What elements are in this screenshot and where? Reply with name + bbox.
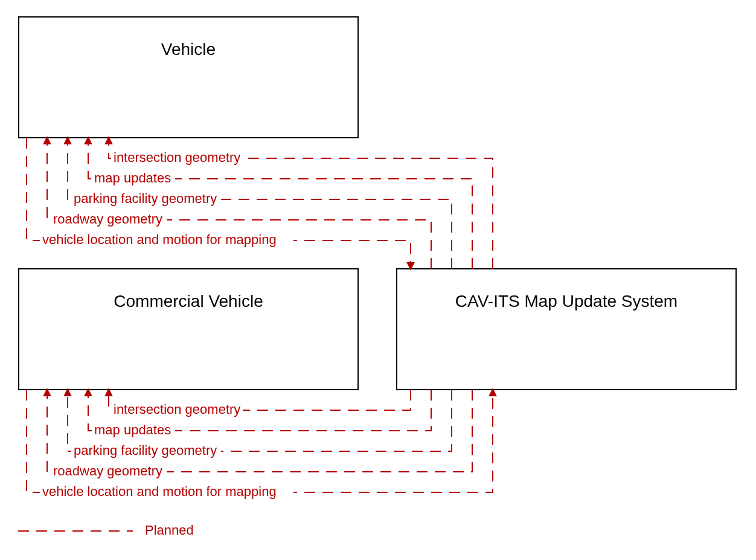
box-travelers: Travelers Vehicle bbox=[19, 17, 358, 138]
flow-label: parking facility geometry bbox=[74, 443, 217, 458]
flow-label: parking facility geometry bbox=[74, 191, 217, 206]
box-private-header: Private Commercial Vehicle and Fleet... bbox=[40, 270, 336, 289]
box-travelers-header: Travelers bbox=[153, 18, 223, 37]
flow-label: map updates bbox=[94, 422, 171, 437]
box-fdot: FDOT CO CAV-ITS Map Update System bbox=[397, 269, 736, 390]
flow-label: roadway geometry bbox=[53, 463, 162, 478]
legend-label: Planned bbox=[145, 523, 194, 538]
flow-label: map updates bbox=[94, 170, 171, 185]
diagram-canvas: Travelers Vehicle Private Commercial Veh… bbox=[0, 0, 756, 560]
box-fdot-header: FDOT CO bbox=[528, 270, 604, 289]
flow-label: vehicle location and motion for mapping bbox=[42, 232, 277, 247]
box-travelers-body: Vehicle bbox=[161, 40, 216, 59]
box-private: Private Commercial Vehicle and Fleet... … bbox=[19, 269, 358, 390]
flow-label: roadway geometry bbox=[53, 211, 162, 227]
flow-label: intersection geometry bbox=[114, 402, 240, 417]
box-fdot-body: CAV-ITS Map Update System bbox=[455, 292, 678, 311]
flow-line bbox=[68, 390, 452, 451]
box-private-body: Commercial Vehicle bbox=[114, 292, 263, 311]
flow-label: intersection geometry bbox=[114, 150, 240, 165]
flow-label: vehicle location and motion for mapping bbox=[42, 484, 277, 499]
